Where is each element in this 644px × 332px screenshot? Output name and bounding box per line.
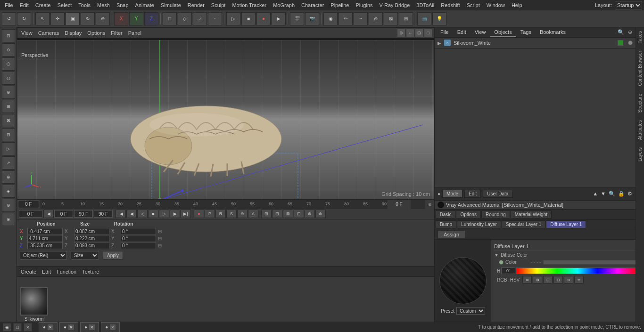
tab-options[interactable]: Options	[456, 211, 480, 219]
win-tab-4[interactable]: ● ✕	[101, 322, 120, 332]
tab-rounding[interactable]: Rounding	[481, 211, 510, 219]
tab-basic[interactable]: Basic	[436, 211, 455, 219]
mat-gear-icon[interactable]: ⚙	[627, 191, 633, 197]
menu-script[interactable]: Script	[464, 1, 483, 9]
win-tab-4-close[interactable]: ✕	[110, 324, 116, 330]
rotation-x-input[interactable]	[121, 228, 156, 235]
menu-3dtoall[interactable]: 3DToAll	[413, 1, 437, 9]
menu-select[interactable]: Select	[55, 1, 75, 9]
sidebar-btn-4[interactable]: ◎	[2, 72, 15, 85]
sidebar-btn-8[interactable]: ⊟	[2, 128, 15, 141]
coord-system-dropdown[interactable]: Object (Rel)	[20, 251, 67, 259]
redo-button[interactable]: ↻	[17, 12, 31, 25]
preset-dropdown[interactable]: Custom	[456, 307, 485, 315]
material-sphere-preview[interactable]	[439, 257, 487, 304]
timeline-extra-5[interactable]: ⊛	[305, 210, 315, 218]
color-picker-btn-3[interactable]: ⊡	[543, 276, 553, 283]
mat-arrow-down-icon[interactable]: ▼	[600, 191, 607, 197]
size-mode-dropdown[interactable]: Size	[71, 251, 99, 259]
timeline-extra-1[interactable]: ⊞	[261, 210, 272, 218]
sidebar-btn-3[interactable]: ⬡	[2, 57, 15, 71]
play-fwd-btn[interactable]: ▷	[159, 210, 169, 218]
menu-help[interactable]: Help	[509, 1, 525, 9]
play-btn[interactable]: ▷	[226, 12, 240, 25]
menu-render[interactable]: Render	[185, 1, 207, 9]
sidebar-btn-10[interactable]: ↗	[2, 156, 15, 170]
position-z-input[interactable]	[27, 242, 63, 249]
timeline-extra-6[interactable]: ⊕	[315, 210, 326, 218]
y-axis-btn[interactable]: Y	[129, 12, 143, 25]
win-tab-3[interactable]: ● ✕	[80, 322, 99, 332]
rotation-y-input[interactable]	[121, 235, 156, 242]
search-icon[interactable]: 🔍	[616, 29, 626, 35]
bp-create[interactable]: Create	[19, 268, 38, 275]
frame-range-start[interactable]	[54, 210, 73, 218]
win-tab-3-close[interactable]: ✕	[89, 324, 95, 330]
menu-tools[interactable]: Tools	[75, 1, 93, 9]
vtab-takes[interactable]: Takes	[636, 27, 644, 47]
viewport-icon-2[interactable]: ↔	[406, 29, 414, 37]
cube-btn[interactable]: ◉	[323, 12, 338, 25]
transform-tool[interactable]: ⊕	[96, 12, 110, 25]
record-btn[interactable]: ●	[256, 12, 271, 25]
tab-file[interactable]: File	[437, 28, 453, 37]
timeline-ruler[interactable]: 0 5 10 15 20 25 30 35 40 45 50 55 60 65 …	[17, 200, 434, 209]
status-icon-3[interactable]: ✕	[24, 323, 32, 332]
prev-keyframe-btn[interactable]: |◀	[116, 210, 126, 218]
sidebar-btn-14[interactable]: ⊗	[2, 213, 15, 226]
frame-start-btn[interactable]: ◀	[43, 210, 54, 218]
sidebar-btn-6[interactable]: ⊞	[2, 100, 15, 113]
rotate-tool[interactable]: ↻	[81, 12, 95, 25]
size-z-input[interactable]	[74, 242, 109, 249]
object-mode-btn[interactable]: □	[163, 12, 177, 25]
record-pos-btn[interactable]: P	[205, 210, 215, 218]
frame-current-input[interactable]	[19, 210, 42, 218]
viewport-menu-filter[interactable]: Filter	[109, 29, 124, 37]
sidebar-btn-7[interactable]: ⊠	[2, 114, 15, 127]
menu-edit[interactable]: Edit	[17, 1, 32, 9]
next-keyframe-btn[interactable]: ▶|	[181, 210, 191, 218]
vtab-structure[interactable]: Structure	[636, 90, 644, 117]
assign-button[interactable]: Assign	[438, 230, 465, 239]
autokey-btn[interactable]: A	[248, 210, 258, 218]
diffuse-color-expand[interactable]: ▼	[494, 252, 499, 258]
menu-window[interactable]: Window	[484, 1, 508, 9]
move-tool[interactable]: ✛	[50, 12, 65, 25]
select-tool[interactable]: ↖	[35, 12, 50, 25]
record-scale-btn[interactable]: S	[226, 210, 237, 218]
sidebar-btn-2[interactable]: ⊙	[2, 43, 15, 57]
edit-tab[interactable]: Edit	[464, 190, 481, 198]
menu-simulate[interactable]: Simulate	[158, 1, 184, 9]
stop-btn[interactable]: ■	[241, 12, 256, 25]
viewport-icon-1[interactable]: ⊕	[397, 29, 405, 37]
bp-texture[interactable]: Texture	[80, 268, 101, 275]
point-mode-btn[interactable]: ·	[208, 12, 222, 25]
menu-create[interactable]: Create	[33, 1, 54, 9]
win-tab-1-close[interactable]: ✕	[48, 324, 53, 330]
viewport-menu-cameras[interactable]: Cameras	[36, 29, 61, 37]
menu-mesh[interactable]: Mesh	[94, 1, 113, 9]
menu-vray[interactable]: V-Ray Bridge	[377, 1, 413, 9]
color-picker-btn-6[interactable]: ✏	[574, 276, 584, 283]
vtab-attributes[interactable]: Attributes	[636, 116, 644, 144]
h-value-input[interactable]	[501, 267, 515, 274]
vtab-content-browser[interactable]: Content Browser	[636, 47, 644, 89]
sidebar-btn-13[interactable]: ⊘	[2, 199, 15, 212]
timeline-extra-4[interactable]: ⊡	[294, 210, 304, 218]
color-picker-btn-2[interactable]: ⊠	[533, 276, 542, 283]
viewport-icon-4[interactable]: □	[424, 29, 432, 37]
color-picker-btn-4[interactable]: ⊟	[553, 276, 563, 283]
viewport-menu-options[interactable]: Options	[85, 29, 107, 37]
viewport-menu-view[interactable]: View	[19, 29, 34, 37]
undo-button[interactable]: ↺	[2, 12, 16, 25]
menu-pipeline[interactable]: Pipeline	[328, 1, 352, 9]
win-tab-1[interactable]: ● ✕	[39, 322, 58, 332]
bp-function[interactable]: Function	[55, 268, 78, 275]
user-data-tab[interactable]: User Data	[483, 190, 512, 198]
object-row-silkworm[interactable]: ▶ ○ Silkworm_White	[435, 38, 644, 49]
record-rot-btn[interactable]: R	[215, 210, 226, 218]
win-tab-2-close[interactable]: ✕	[68, 324, 74, 330]
sidebar-btn-11[interactable]: ⊕	[2, 170, 15, 184]
menu-redshift[interactable]: Redshift	[438, 1, 462, 9]
deformer-btn[interactable]: ⊠	[384, 12, 398, 25]
